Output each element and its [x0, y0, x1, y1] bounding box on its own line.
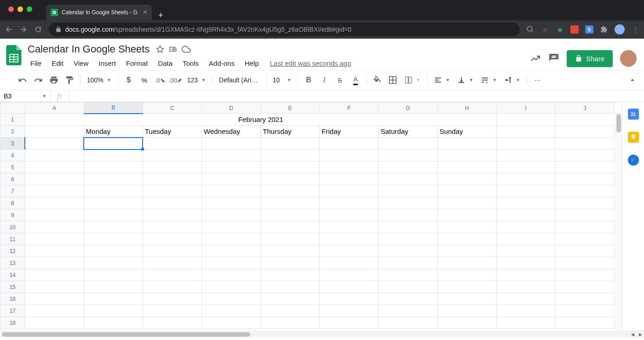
- cell[interactable]: [202, 293, 261, 305]
- cell[interactable]: [496, 305, 555, 317]
- row-header-14[interactable]: 14: [0, 269, 25, 281]
- calendar-addon-icon[interactable]: 31: [628, 109, 639, 120]
- cell[interactable]: [25, 138, 84, 150]
- cell[interactable]: [143, 209, 201, 221]
- cell[interactable]: [496, 114, 555, 126]
- merge-cells-dropdown[interactable]: ▼: [402, 73, 423, 87]
- cell[interactable]: [437, 209, 496, 221]
- cell[interactable]: [84, 269, 143, 281]
- column-header-D[interactable]: D: [202, 103, 261, 114]
- cell[interactable]: [25, 293, 84, 305]
- cell[interactable]: [437, 257, 496, 269]
- cell[interactable]: [261, 257, 320, 269]
- cell[interactable]: [202, 281, 261, 293]
- menu-edit[interactable]: Edit: [47, 58, 68, 69]
- vertical-align-dropdown[interactable]: ▼: [454, 73, 476, 87]
- cell[interactable]: [437, 305, 496, 317]
- cell[interactable]: [202, 197, 261, 209]
- cell[interactable]: [379, 317, 437, 329]
- cell[interactable]: [25, 209, 84, 221]
- cell[interactable]: [202, 233, 261, 245]
- cell[interactable]: [84, 233, 143, 245]
- cell[interactable]: [320, 138, 379, 150]
- row-header-15[interactable]: 15: [0, 281, 25, 293]
- cell[interactable]: [143, 293, 201, 305]
- extensions-puzzle-icon[interactable]: [600, 25, 608, 34]
- cell[interactable]: [202, 257, 261, 269]
- row-header-12[interactable]: 12: [0, 245, 25, 257]
- cell[interactable]: [320, 257, 379, 269]
- cell[interactable]: [555, 209, 614, 221]
- row-header-17[interactable]: 17: [0, 305, 25, 317]
- cell[interactable]: [379, 221, 437, 233]
- more-formats-dropdown[interactable]: 123▼: [184, 73, 208, 87]
- cell[interactable]: [437, 150, 496, 161]
- cell[interactable]: [202, 150, 261, 161]
- horizontal-align-dropdown[interactable]: ▼: [431, 73, 453, 87]
- cell[interactable]: [437, 269, 496, 281]
- zoom-icon[interactable]: [526, 25, 535, 34]
- profile-avatar[interactable]: [615, 24, 625, 35]
- cell[interactable]: [437, 245, 496, 257]
- cell[interactable]: [555, 161, 614, 173]
- cell[interactable]: [25, 197, 84, 209]
- column-header-C[interactable]: C: [143, 103, 201, 114]
- vertical-scrollbar[interactable]: [615, 113, 622, 331]
- cell[interactable]: [25, 161, 84, 173]
- new-tab-button[interactable]: +: [152, 11, 170, 20]
- cell[interactable]: [379, 305, 437, 317]
- zoom-dropdown[interactable]: 100%▼: [84, 73, 114, 87]
- cell[interactable]: [379, 150, 437, 161]
- cell[interactable]: [437, 221, 496, 233]
- cell[interactable]: [84, 138, 143, 150]
- cell[interactable]: [143, 138, 201, 150]
- cell[interactable]: [84, 173, 143, 185]
- row-header-2[interactable]: 2: [0, 126, 25, 138]
- cell[interactable]: [25, 269, 84, 281]
- cell[interactable]: [555, 185, 614, 197]
- cell[interactable]: [143, 245, 201, 257]
- cell[interactable]: [25, 233, 84, 245]
- column-header-G[interactable]: G: [379, 103, 437, 114]
- cell[interactable]: [202, 317, 261, 329]
- increase-decimal-button[interactable]: .00⬈: [169, 73, 183, 87]
- cell[interactable]: [379, 269, 437, 281]
- cell[interactable]: Wednesday: [202, 126, 261, 138]
- cell[interactable]: [25, 221, 84, 233]
- scroll-left-button[interactable]: ◀: [629, 331, 636, 338]
- browser-tab[interactable]: Calendar In Google Sheets - G ×: [46, 5, 152, 20]
- cell[interactable]: [320, 305, 379, 317]
- cell[interactable]: [143, 197, 201, 209]
- keep-addon-icon[interactable]: [628, 132, 639, 143]
- cell[interactable]: [555, 150, 614, 161]
- cell[interactable]: [25, 245, 84, 257]
- cell[interactable]: [261, 305, 320, 317]
- column-header-J[interactable]: J: [555, 103, 614, 114]
- cell[interactable]: [261, 150, 320, 161]
- cell[interactable]: [84, 281, 143, 293]
- cell[interactable]: [25, 257, 84, 269]
- cell[interactable]: [25, 317, 84, 329]
- cell[interactable]: [320, 197, 379, 209]
- column-header-I[interactable]: I: [496, 103, 555, 114]
- cell[interactable]: [84, 185, 143, 197]
- cell[interactable]: [437, 317, 496, 329]
- extension-grammarly-icon[interactable]: ◉: [556, 25, 564, 34]
- spreadsheet-grid[interactable]: ABCDEFGHIJ1February 20212MondayTuesdayWe…: [0, 102, 622, 331]
- cell[interactable]: Saturday: [379, 126, 437, 138]
- cell-merged-title[interactable]: February 2021: [25, 114, 496, 126]
- cell[interactable]: [555, 114, 614, 126]
- cell[interactable]: [555, 245, 614, 257]
- cell[interactable]: [202, 305, 261, 317]
- cell[interactable]: [84, 305, 143, 317]
- minimize-window-button[interactable]: [17, 6, 23, 12]
- cell[interactable]: [25, 281, 84, 293]
- collapse-toolbar-button[interactable]: [626, 73, 639, 87]
- cell[interactable]: [555, 317, 614, 329]
- cell[interactable]: [379, 185, 437, 197]
- cell[interactable]: [261, 233, 320, 245]
- cell[interactable]: [555, 281, 614, 293]
- horizontal-scrollbar[interactable]: [1, 332, 628, 337]
- menu-view[interactable]: View: [69, 58, 93, 69]
- sheets-home-button[interactable]: [4, 42, 24, 68]
